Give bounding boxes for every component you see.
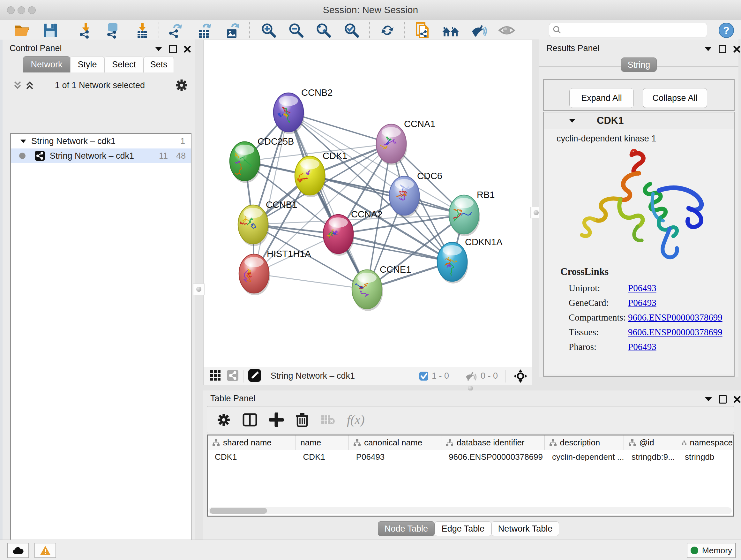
expand-all-networks-button[interactable] [12, 80, 23, 92]
grid-view-button[interactable] [209, 369, 221, 383]
cell-canonical-name[interactable]: P06493 [349, 452, 442, 462]
node-label-CDC25B: CDC25B [258, 136, 294, 146]
section-collapse-icon[interactable] [569, 119, 576, 122]
import-table-button[interactable] [133, 22, 152, 39]
column-header-database-identifier[interactable]: database identifier [441, 435, 545, 450]
network-row-selected[interactable]: String Network – cdk1 11 48 [11, 148, 191, 163]
network-canvas[interactable]: CCNB2CCNA1CDC25BCDK1CDC6RB1CCNB1CCNA2CDK… [204, 40, 532, 367]
export-image-button[interactable] [223, 22, 242, 39]
crosslink-value-link[interactable]: 9606.ENSP00000378699 [628, 327, 723, 337]
refresh-layout-button[interactable] [378, 22, 397, 39]
cell-shared-name[interactable]: CDK1 [208, 452, 296, 462]
network-options-button[interactable] [175, 78, 188, 93]
column-header-description[interactable]: description [545, 435, 624, 450]
tab-network-table[interactable]: Network Table [491, 521, 559, 536]
tab-node-table[interactable]: Node Table [378, 521, 434, 536]
share-document-button[interactable] [413, 22, 432, 39]
window-title: Session: New Session [0, 4, 741, 15]
close-panel-icon[interactable] [734, 396, 741, 403]
help-button[interactable]: ? [717, 22, 736, 39]
zoom-selected-button[interactable] [342, 22, 361, 39]
crosslink-value-link[interactable]: P06493 [628, 283, 657, 294]
zoom-in-button[interactable] [259, 22, 278, 39]
node-CCNE1[interactable]: CCNE1 [352, 264, 411, 311]
table-row[interactable]: CDK1CDK1P064939606.ENSP00000378699cyclin… [208, 450, 733, 463]
collapse-panel-icon[interactable] [704, 47, 712, 51]
column-header-name[interactable]: name [296, 435, 349, 450]
tab-style[interactable]: Style [70, 56, 105, 72]
fit-content-icon[interactable] [514, 369, 528, 383]
cell-description[interactable]: cyclin-dependent ... [545, 452, 624, 462]
network-mapped-column-icon [549, 439, 557, 446]
open-session-button[interactable] [12, 22, 31, 39]
node-CDKN1A[interactable]: CDKN1A [437, 237, 502, 284]
collapse-panel-icon[interactable] [705, 397, 712, 401]
node-HIST1H1A[interactable]: HIST1H1A [239, 249, 311, 295]
show-annotations-button[interactable] [497, 22, 516, 39]
collapse-all-networks-button[interactable] [24, 80, 35, 92]
node-RB1[interactable]: RB1 [449, 190, 495, 236]
edge-CDK1-RB1[interactable] [310, 176, 464, 214]
crosslink-value-link[interactable]: 9606.ENSP00000378699 [628, 312, 723, 323]
cell-name[interactable]: CDK1 [296, 452, 349, 462]
scrollbar-thumb[interactable] [210, 508, 267, 514]
crosslinks-list: Uniprot:P06493GeneCard:P06493Compartment… [544, 281, 734, 354]
column-header--id[interactable]: @id [624, 435, 677, 450]
warning-button[interactable] [35, 543, 56, 558]
node-CCNB2[interactable]: CCNB2 [273, 87, 333, 134]
cloud-button[interactable] [7, 543, 29, 558]
horizontal-scrollbar[interactable] [208, 507, 732, 514]
cell--id[interactable]: stringdb:9... [624, 452, 678, 462]
tab-edge-table[interactable]: Edge Table [434, 521, 491, 536]
tab-network[interactable]: Network [23, 56, 70, 72]
close-panel-icon[interactable] [733, 46, 740, 53]
hide-annotations-button[interactable] [469, 22, 488, 39]
tab-string[interactable]: String [621, 57, 657, 72]
zoom-fit-button[interactable] [314, 22, 333, 39]
bottom-splitter-handle[interactable] [468, 386, 473, 391]
crosslink-value-link[interactable]: P06493 [628, 298, 657, 308]
node-CDC6[interactable]: CDC6 [389, 171, 442, 217]
cell-database-identifier[interactable]: 9606.ENSP00000378699 [442, 452, 545, 462]
save-session-button[interactable] [41, 22, 60, 39]
birdseye-view-button[interactable] [248, 369, 261, 383]
export-network-button[interactable] [166, 22, 185, 39]
control-panel-title: Control Panel [10, 44, 62, 53]
tab-select[interactable]: Select [105, 56, 144, 72]
delete-column-trash-icon[interactable] [295, 412, 309, 428]
zoom-out-icon [287, 22, 305, 39]
float-panel-icon[interactable] [719, 45, 726, 53]
expand-all-button[interactable]: Expand All [569, 88, 634, 108]
search-input[interactable] [565, 24, 707, 36]
left-splitter-handle[interactable] [193, 284, 205, 295]
tree-expand-icon[interactable] [20, 139, 26, 143]
create-column-plus-icon[interactable] [269, 413, 284, 427]
zoom-out-button[interactable] [286, 22, 306, 39]
memory-button[interactable]: Memory [687, 543, 736, 558]
crosslink-value-link[interactable]: P06493 [628, 341, 657, 352]
tab-sets[interactable]: Sets [144, 56, 174, 72]
import-network-button[interactable] [76, 22, 95, 39]
edge-CCNE1-HIST1H1A[interactable] [254, 273, 367, 289]
collapse-all-button[interactable]: Collapse All [643, 88, 707, 108]
cell-namespace[interactable]: stringdb [678, 452, 733, 462]
node-label-CCNB1: CCNB1 [266, 199, 297, 210]
selected-checkbox-icon[interactable] [419, 371, 428, 381]
table-options-gear-icon[interactable] [217, 413, 231, 427]
collapse-panel-icon[interactable] [155, 47, 162, 51]
column-header-canonical-name[interactable]: canonical name [349, 435, 441, 450]
export-table-button[interactable] [195, 22, 214, 39]
import-network-from-database-button[interactable] [104, 22, 123, 39]
column-header-shared-name[interactable]: shared name [208, 435, 296, 450]
string-view-button[interactable] [226, 369, 239, 383]
function-builder-icon: f(x) [347, 412, 365, 427]
edge-CCNB2-CCNE1[interactable] [288, 112, 367, 289]
float-panel-icon[interactable] [719, 395, 727, 403]
show-columns-icon[interactable] [242, 412, 258, 428]
help-icon: ? [718, 22, 735, 39]
close-panel-icon[interactable] [184, 46, 191, 53]
network-collection-row[interactable]: String Network – cdk1 1 [11, 134, 191, 148]
string-home-button[interactable] [441, 22, 460, 39]
float-panel-icon[interactable] [169, 45, 177, 53]
column-header-namespace[interactable]: namespace [677, 435, 733, 450]
